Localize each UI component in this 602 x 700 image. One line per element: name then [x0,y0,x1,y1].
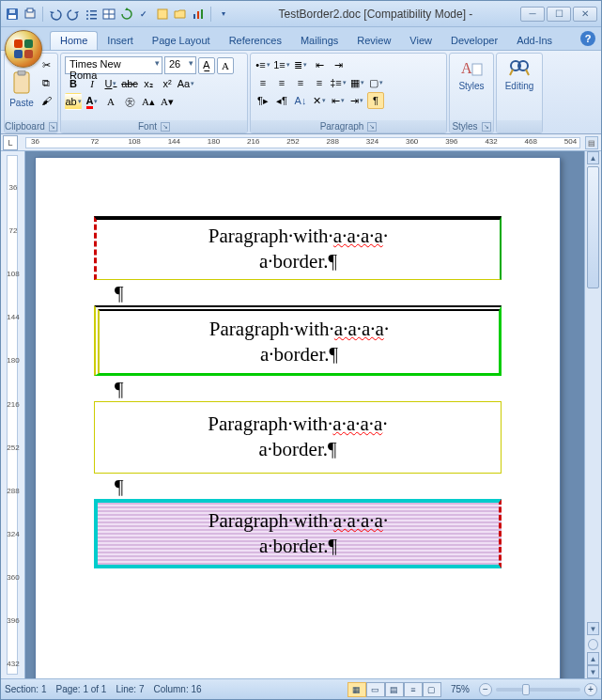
bullets-button[interactable]: •≡ [255,56,271,73]
prev-page-icon[interactable]: ▲ [587,652,599,665]
vertical-scrollbar[interactable]: ▲ ▼ ▲ ▼ [584,151,601,678]
status-column[interactable]: Column: 16 [153,684,201,694]
asian-layout-button[interactable]: ✕ [311,92,328,109]
print-preview-icon[interactable] [23,7,38,22]
vertical-ruler[interactable]: 3672108144180216252288324360396432 [1,151,25,678]
justify-button[interactable]: ≡ [311,74,328,91]
font-dialog-launcher-icon[interactable]: ↘ [161,122,170,132]
underline-button[interactable]: U [102,75,119,92]
paragraph-separator[interactable]: ¶ [94,378,502,401]
shading-button[interactable]: ▦ [348,74,365,91]
tab-references[interactable]: References [220,32,291,50]
zoom-in-button[interactable]: + [584,683,597,696]
redo-icon[interactable] [66,7,81,22]
ruler-toggle-icon[interactable]: ▤ [585,136,598,149]
show-hide-button[interactable]: ¶ [367,92,384,109]
office-button[interactable] [5,30,42,68]
browse-object-icon[interactable] [588,639,598,650]
line-spacing-button[interactable]: ‡≡ [330,74,347,91]
align-left-button[interactable]: ≡ [255,74,271,91]
undo-icon[interactable] [48,7,63,22]
zoom-out-button[interactable]: − [479,683,492,696]
editing-button[interactable]: Editing [501,56,538,120]
numbering-button[interactable]: 1≡ [273,56,290,73]
font-name-combo[interactable]: Times New Roma [65,56,162,74]
change-case-button[interactable]: Aa [178,75,194,92]
status-section[interactable]: Section: 1 [5,684,46,694]
styles-button[interactable]: A Styles [454,56,489,120]
align-center-button[interactable]: ≡ [273,74,290,91]
macros-icon[interactable] [155,7,170,22]
zoom-thumb[interactable] [522,684,530,695]
zoom-track[interactable] [496,688,580,692]
next-page-icon[interactable]: ▼ [587,665,599,678]
minimize-button[interactable]: ─ [520,7,545,22]
outline-view-icon[interactable]: ≡ [404,682,423,697]
enclose-characters-icon[interactable]: ㊛ [121,93,138,110]
tab-view[interactable]: View [400,32,441,50]
help-button[interactable]: ? [580,31,595,46]
font-color-icon[interactable]: A [84,93,100,110]
increase-indent-button[interactable]: ⇥ [330,56,347,73]
paragraph-1[interactable]: Paragraph·with·a·a·a·a·a·border.¶ [94,216,502,280]
paragraph-3[interactable]: Paragraph·with·a·a·a·a·a·border.¶ [94,401,502,474]
paragraph-separator[interactable]: ¶ [94,475,502,499]
qat-dropdown-icon[interactable]: ▾ [216,7,231,22]
tab-review[interactable]: Review [347,32,400,50]
scroll-thumb[interactable] [587,166,599,288]
tab-home[interactable]: Home [50,31,98,50]
paragraph-separator[interactable]: ¶ [94,282,502,305]
tab-insert[interactable]: Insert [98,32,143,50]
copy-icon[interactable]: ⧉ [38,74,54,91]
close-button[interactable]: ✕ [573,7,597,22]
print-layout-view-icon[interactable]: ▦ [347,682,366,697]
tab-add-ins[interactable]: Add-Ins [507,32,562,50]
save-icon[interactable] [5,7,20,22]
rtl-button[interactable]: ◂¶ [273,92,290,109]
page-viewport[interactable]: Paragraph·with·a·a·a·a·a·border.¶ ¶ Para… [25,151,584,678]
clipboard-dialog-launcher-icon[interactable]: ↘ [49,122,57,132]
format-painter-icon[interactable]: 🖌 [38,92,54,109]
refresh-icon[interactable] [119,7,134,22]
chart-icon[interactable] [191,7,206,22]
status-line[interactable]: Line: 7 [116,684,144,694]
decrease-indent-button[interactable]: ⇤ [311,56,328,73]
tab-page-layout[interactable]: Page Layout [143,32,220,50]
character-shading-icon[interactable]: A [102,93,119,110]
superscript-button[interactable]: x² [159,75,176,92]
strikethrough-button[interactable]: abc [121,75,138,92]
scroll-up-arrow-icon[interactable]: ▲ [587,151,599,164]
status-page[interactable]: Page: 1 of 1 [55,684,106,694]
paragraph-4[interactable]: Paragraph·with·a·a·a·a·a·border.¶ [94,499,502,569]
shrink-font-icon[interactable]: A▾ [159,93,176,110]
borders-button[interactable]: ▢ [367,74,384,91]
text-highlight-icon[interactable]: ab [65,93,82,110]
bullets-icon[interactable] [84,7,99,22]
document-page[interactable]: Paragraph·with·a·a·a·a·a·border.¶ ¶ Para… [35,157,561,678]
table-icon[interactable] [101,7,116,22]
font-size-combo[interactable]: 26 [164,56,196,74]
paragraph-2[interactable]: Paragraph·with·a·a·a·a·a·border.¶ [94,305,502,377]
multilevel-list-button[interactable]: ≣ [292,56,309,73]
zoom-level[interactable]: 75% [451,684,470,694]
indent-right-button[interactable]: ⇥ [348,92,365,109]
subscript-button[interactable]: x₂ [140,75,157,92]
spelling-icon[interactable]: ✓ [137,7,152,22]
tab-mailings[interactable]: Mailings [291,32,347,50]
align-right-button[interactable]: ≡ [292,74,309,91]
scroll-down-arrow-icon[interactable]: ▼ [587,622,599,635]
cut-icon[interactable]: ✂ [38,56,54,73]
draft-view-icon[interactable]: ▢ [423,682,441,697]
tab-developer[interactable]: Developer [441,32,507,50]
horizontal-ruler[interactable]: L 36721081441802162522883243603964324685… [1,134,601,151]
full-screen-view-icon[interactable]: ▭ [366,682,385,697]
styles-dialog-launcher-icon[interactable]: ↘ [482,122,491,132]
character-border-icon[interactable]: A [217,57,234,74]
sort-button[interactable]: A↓ [292,92,309,109]
paragraph-dialog-launcher-icon[interactable]: ↘ [367,122,377,132]
grow-font-icon[interactable]: A▴ [140,93,157,110]
maximize-button[interactable]: ☐ [547,7,571,22]
clear-formatting-icon[interactable]: A̲ [198,57,215,74]
tab-selector[interactable]: L [3,135,18,150]
indent-left-button[interactable]: ⇤ [330,92,347,109]
